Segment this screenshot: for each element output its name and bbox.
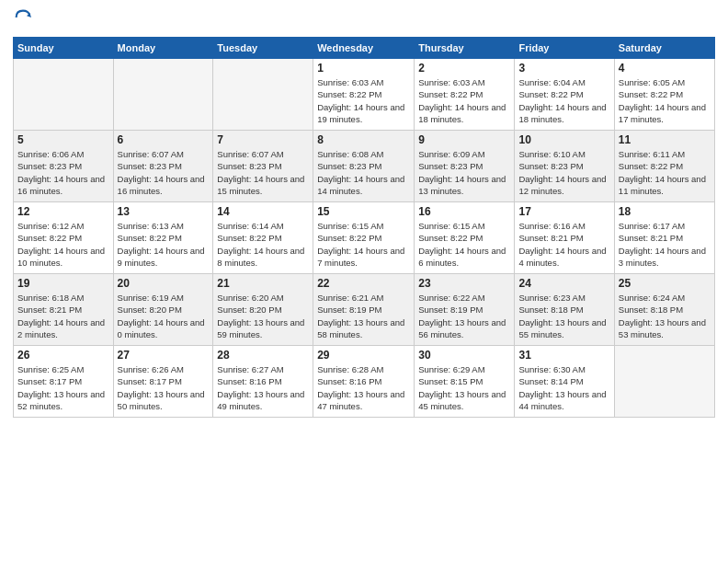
day-info: Sunrise: 6:05 AM Sunset: 8:22 PM Dayligh…	[619, 76, 711, 125]
calendar-cell: 4Sunrise: 6:05 AM Sunset: 8:22 PM Daylig…	[614, 59, 714, 131]
day-info: Sunrise: 6:08 AM Sunset: 8:23 PM Dayligh…	[317, 148, 410, 197]
day-number: 18	[619, 205, 711, 218]
day-number: 3	[518, 62, 609, 75]
day-number: 11	[619, 133, 711, 146]
day-number: 7	[217, 133, 309, 146]
calendar-cell: 27Sunrise: 6:26 AM Sunset: 8:17 PM Dayli…	[113, 346, 213, 418]
day-info: Sunrise: 6:21 AM Sunset: 8:19 PM Dayligh…	[317, 292, 410, 340]
calendar-cell: 13Sunrise: 6:13 AM Sunset: 8:22 PM Dayli…	[113, 202, 213, 274]
day-info: Sunrise: 6:25 AM Sunset: 8:17 PM Dayligh…	[17, 363, 109, 412]
calendar-cell: 24Sunrise: 6:23 AM Sunset: 8:18 PM Dayli…	[515, 274, 614, 346]
calendar-cell: 17Sunrise: 6:16 AM Sunset: 8:21 PM Dayli…	[515, 202, 614, 274]
day-number: 28	[217, 349, 309, 362]
day-number: 14	[217, 205, 309, 218]
calendar-cell: 29Sunrise: 6:28 AM Sunset: 8:16 PM Dayli…	[313, 346, 415, 418]
day-number: 15	[317, 205, 410, 218]
calendar-cell: 10Sunrise: 6:10 AM Sunset: 8:23 PM Dayli…	[515, 131, 614, 202]
day-info: Sunrise: 6:15 AM Sunset: 8:22 PM Dayligh…	[418, 220, 510, 269]
day-number: 5	[17, 133, 109, 146]
day-info: Sunrise: 6:06 AM Sunset: 8:23 PM Dayligh…	[17, 148, 109, 197]
day-info: Sunrise: 6:03 AM Sunset: 8:22 PM Dayligh…	[418, 76, 510, 125]
day-number: 10	[518, 133, 609, 146]
day-info: Sunrise: 6:24 AM Sunset: 8:18 PM Dayligh…	[619, 292, 711, 340]
logo-icon	[15, 9, 31, 26]
day-number: 31	[518, 349, 609, 362]
day-info: Sunrise: 6:28 AM Sunset: 8:16 PM Dayligh…	[317, 363, 410, 412]
weekday-header-monday: Monday	[113, 38, 213, 59]
calendar-cell: 19Sunrise: 6:18 AM Sunset: 8:21 PM Dayli…	[14, 274, 114, 346]
day-number: 23	[418, 277, 510, 290]
day-info: Sunrise: 6:13 AM Sunset: 8:22 PM Dayligh…	[118, 220, 210, 269]
calendar-cell: 14Sunrise: 6:14 AM Sunset: 8:22 PM Dayli…	[213, 202, 313, 274]
day-info: Sunrise: 6:04 AM Sunset: 8:22 PM Dayligh…	[518, 76, 609, 125]
calendar-cell: 6Sunrise: 6:07 AM Sunset: 8:23 PM Daylig…	[113, 131, 213, 202]
calendar-cell: 1Sunrise: 6:03 AM Sunset: 8:22 PM Daylig…	[313, 59, 415, 131]
day-number: 16	[418, 205, 510, 218]
day-number: 20	[118, 277, 210, 290]
day-number: 9	[418, 133, 510, 146]
day-info: Sunrise: 6:26 AM Sunset: 8:17 PM Dayligh…	[118, 363, 210, 412]
day-number: 30	[418, 349, 510, 362]
day-info: Sunrise: 6:23 AM Sunset: 8:18 PM Dayligh…	[518, 292, 609, 340]
day-info: Sunrise: 6:17 AM Sunset: 8:21 PM Dayligh…	[619, 220, 711, 269]
calendar-cell: 26Sunrise: 6:25 AM Sunset: 8:17 PM Dayli…	[14, 346, 114, 418]
weekday-header-sunday: Sunday	[14, 38, 114, 59]
day-number: 29	[317, 349, 410, 362]
day-number: 13	[118, 205, 210, 218]
calendar-cell	[614, 346, 714, 418]
day-info: Sunrise: 6:27 AM Sunset: 8:16 PM Dayligh…	[217, 363, 309, 412]
day-number: 24	[518, 277, 609, 290]
day-number: 17	[518, 205, 609, 218]
calendar-cell: 16Sunrise: 6:15 AM Sunset: 8:22 PM Dayli…	[415, 202, 515, 274]
calendar-cell	[14, 59, 114, 131]
weekday-header-tuesday: Tuesday	[213, 38, 313, 59]
day-number: 2	[418, 62, 510, 75]
day-number: 8	[317, 133, 410, 146]
weekday-header-wednesday: Wednesday	[313, 38, 415, 59]
logo	[13, 9, 31, 29]
calendar-cell: 20Sunrise: 6:19 AM Sunset: 8:20 PM Dayli…	[113, 274, 213, 346]
day-info: Sunrise: 6:29 AM Sunset: 8:15 PM Dayligh…	[418, 363, 510, 412]
day-info: Sunrise: 6:20 AM Sunset: 8:20 PM Dayligh…	[217, 292, 309, 340]
day-number: 19	[17, 277, 109, 290]
day-info: Sunrise: 6:30 AM Sunset: 8:14 PM Dayligh…	[518, 363, 609, 412]
calendar-cell: 31Sunrise: 6:30 AM Sunset: 8:14 PM Dayli…	[515, 346, 614, 418]
weekday-header-saturday: Saturday	[614, 38, 714, 59]
page-header	[13, 9, 715, 29]
day-info: Sunrise: 6:19 AM Sunset: 8:20 PM Dayligh…	[118, 292, 210, 340]
day-info: Sunrise: 6:18 AM Sunset: 8:21 PM Dayligh…	[17, 292, 109, 340]
calendar-cell: 9Sunrise: 6:09 AM Sunset: 8:23 PM Daylig…	[415, 131, 515, 202]
calendar-cell: 25Sunrise: 6:24 AM Sunset: 8:18 PM Dayli…	[614, 274, 714, 346]
day-info: Sunrise: 6:15 AM Sunset: 8:22 PM Dayligh…	[317, 220, 410, 269]
day-number: 27	[118, 349, 210, 362]
day-number: 21	[217, 277, 309, 290]
calendar-cell: 23Sunrise: 6:22 AM Sunset: 8:19 PM Dayli…	[415, 274, 515, 346]
calendar-table: SundayMondayTuesdayWednesdayThursdayFrid…	[13, 37, 715, 418]
day-number: 4	[619, 62, 711, 75]
day-info: Sunrise: 6:22 AM Sunset: 8:19 PM Dayligh…	[418, 292, 510, 340]
calendar-cell: 30Sunrise: 6:29 AM Sunset: 8:15 PM Dayli…	[415, 346, 515, 418]
day-number: 6	[118, 133, 210, 146]
day-info: Sunrise: 6:07 AM Sunset: 8:23 PM Dayligh…	[217, 148, 309, 197]
day-info: Sunrise: 6:12 AM Sunset: 8:22 PM Dayligh…	[17, 220, 109, 269]
day-info: Sunrise: 6:10 AM Sunset: 8:23 PM Dayligh…	[518, 148, 609, 197]
calendar-cell: 12Sunrise: 6:12 AM Sunset: 8:22 PM Dayli…	[14, 202, 114, 274]
calendar-cell: 22Sunrise: 6:21 AM Sunset: 8:19 PM Dayli…	[313, 274, 415, 346]
day-info: Sunrise: 6:09 AM Sunset: 8:23 PM Dayligh…	[418, 148, 510, 197]
day-info: Sunrise: 6:11 AM Sunset: 8:22 PM Dayligh…	[619, 148, 711, 197]
calendar-cell: 15Sunrise: 6:15 AM Sunset: 8:22 PM Dayli…	[313, 202, 415, 274]
day-number: 25	[619, 277, 711, 290]
day-number: 12	[17, 205, 109, 218]
day-number: 26	[17, 349, 109, 362]
day-number: 1	[317, 62, 410, 75]
calendar-cell: 3Sunrise: 6:04 AM Sunset: 8:22 PM Daylig…	[515, 59, 614, 131]
day-info: Sunrise: 6:03 AM Sunset: 8:22 PM Dayligh…	[317, 76, 410, 125]
calendar-cell: 18Sunrise: 6:17 AM Sunset: 8:21 PM Dayli…	[614, 202, 714, 274]
calendar-cell: 28Sunrise: 6:27 AM Sunset: 8:16 PM Dayli…	[213, 346, 313, 418]
calendar-cell: 11Sunrise: 6:11 AM Sunset: 8:22 PM Dayli…	[614, 131, 714, 202]
calendar-cell: 8Sunrise: 6:08 AM Sunset: 8:23 PM Daylig…	[313, 131, 415, 202]
calendar-cell: 2Sunrise: 6:03 AM Sunset: 8:22 PM Daylig…	[415, 59, 515, 131]
calendar-cell: 7Sunrise: 6:07 AM Sunset: 8:23 PM Daylig…	[213, 131, 313, 202]
calendar-cell	[213, 59, 313, 131]
calendar-cell	[113, 59, 213, 131]
